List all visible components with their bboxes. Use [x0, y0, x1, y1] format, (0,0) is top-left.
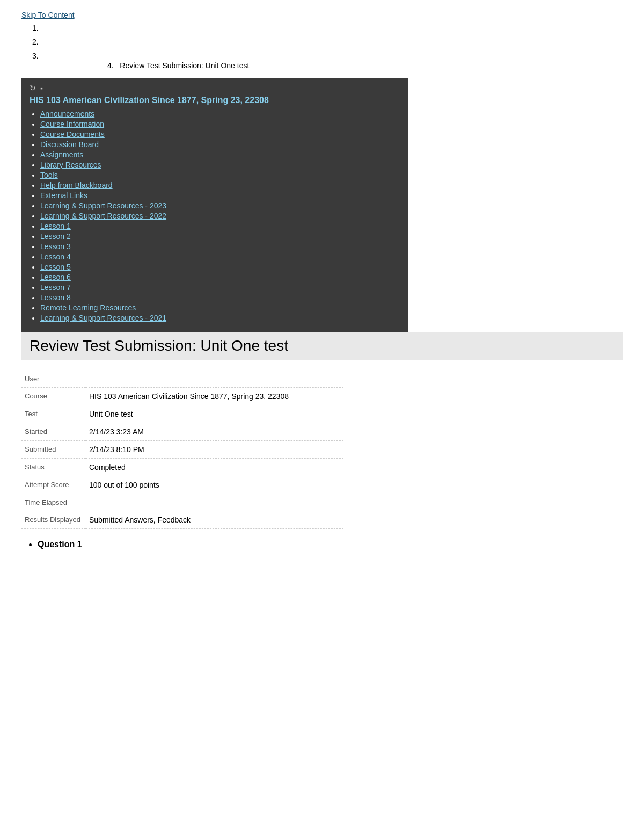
sidebar-item-learning-2021[interactable]: Learning & Support Resources - 2021 — [40, 314, 400, 322]
sidebar-item-tools[interactable]: Tools — [40, 171, 400, 179]
sidebar-nav: Announcements Course Information Course … — [40, 110, 400, 322]
sidebar-item-course-documents[interactable]: Course Documents — [40, 130, 400, 139]
label-submitted: Submitted — [21, 441, 86, 459]
review-table: User Course HIS 103 American Civilizatio… — [21, 371, 343, 529]
course-title-link[interactable]: HIS 103 American Civilization Since 1877… — [30, 96, 400, 105]
sidebar-panel: ↻ ▪ HIS 103 American Civilization Since … — [21, 78, 408, 332]
label-time-elapsed: Time Elapsed — [21, 494, 86, 511]
main-content: Review Test Submission: Unit One test Us… — [21, 332, 623, 549]
sidebar-item-lesson-3[interactable]: Lesson 3 — [40, 242, 400, 251]
table-row-course: Course HIS 103 American Civilization Sin… — [21, 388, 343, 405]
label-started: Started — [21, 423, 86, 441]
value-test: Unit One test — [86, 405, 343, 423]
value-attempt-score: 100 out of 100 points — [86, 476, 343, 494]
label-attempt-score: Attempt Score — [21, 476, 86, 494]
value-submitted: 2/14/23 8:10 PM — [86, 441, 343, 459]
sidebar-item-course-information[interactable]: Course Information — [40, 120, 400, 128]
label-course: Course — [21, 388, 86, 405]
breadcrumb-item-1: 1. — [32, 24, 623, 32]
question-1-item: Question 1 — [38, 540, 623, 549]
sidebar-item-help-blackboard[interactable]: Help from Blackboard — [40, 181, 400, 190]
table-row-user: User — [21, 371, 343, 388]
label-results-displayed: Results Displayed — [21, 511, 86, 529]
table-row-results-displayed: Results Displayed Submitted Answers, Fee… — [21, 511, 343, 529]
value-user — [86, 371, 343, 388]
menu-icon: ▪ — [40, 84, 43, 92]
sidebar-item-lesson-6[interactable]: Lesson 6 — [40, 273, 400, 281]
value-status: Completed — [86, 459, 343, 476]
value-started: 2/14/23 3:23 AM — [86, 423, 343, 441]
skip-to-content-link[interactable]: Skip To Content — [21, 11, 623, 19]
sidebar-icons: ↻ ▪ — [30, 84, 400, 92]
sidebar-item-external-links[interactable]: External Links — [40, 191, 400, 200]
value-time-elapsed — [86, 494, 343, 511]
refresh-icon: ↻ — [30, 84, 36, 92]
sidebar-item-library-resources[interactable]: Library Resources — [40, 161, 400, 169]
sidebar-item-lesson-5[interactable]: Lesson 5 — [40, 263, 400, 271]
table-row-test: Test Unit One test — [21, 405, 343, 423]
label-user: User — [21, 371, 86, 388]
sidebar-item-learning-2022[interactable]: Learning & Support Resources - 2022 — [40, 212, 400, 220]
sidebar-item-discussion-board[interactable]: Discussion Board — [40, 140, 400, 149]
sidebar-item-announcements[interactable]: Announcements — [40, 110, 400, 118]
sidebar-item-assignments[interactable]: Assignments — [40, 150, 400, 159]
breadcrumb-item-3: 3. — [32, 52, 623, 60]
page-title: Review Test Submission: Unit One test — [21, 332, 623, 360]
table-row-time-elapsed: Time Elapsed — [21, 494, 343, 511]
breadcrumb-item-4: 4. Review Test Submission: Unit One test — [107, 61, 623, 70]
sidebar-item-lesson-1[interactable]: Lesson 1 — [40, 222, 400, 230]
sidebar-item-learning-2023[interactable]: Learning & Support Resources - 2023 — [40, 201, 400, 210]
sidebar-item-lesson-8[interactable]: Lesson 8 — [40, 293, 400, 302]
table-row-started: Started 2/14/23 3:23 AM — [21, 423, 343, 441]
table-row-submitted: Submitted 2/14/23 8:10 PM — [21, 441, 343, 459]
sidebar-item-remote-learning[interactable]: Remote Learning Resources — [40, 303, 400, 312]
label-test: Test — [21, 405, 86, 423]
table-row-attempt-score: Attempt Score 100 out of 100 points — [21, 476, 343, 494]
sidebar-item-lesson-7[interactable]: Lesson 7 — [40, 283, 400, 292]
sidebar-item-lesson-4[interactable]: Lesson 4 — [40, 252, 400, 261]
breadcrumb: 1. 2. 3. — [32, 24, 623, 60]
value-course: HIS 103 American Civilization Since 1877… — [86, 388, 343, 405]
value-results-displayed: Submitted Answers, Feedback — [86, 511, 343, 529]
breadcrumb-item-2: 2. — [32, 38, 623, 46]
label-status: Status — [21, 459, 86, 476]
question-section: Question 1 — [21, 540, 623, 549]
table-row-status: Status Completed — [21, 459, 343, 476]
sidebar-item-lesson-2[interactable]: Lesson 2 — [40, 232, 400, 241]
